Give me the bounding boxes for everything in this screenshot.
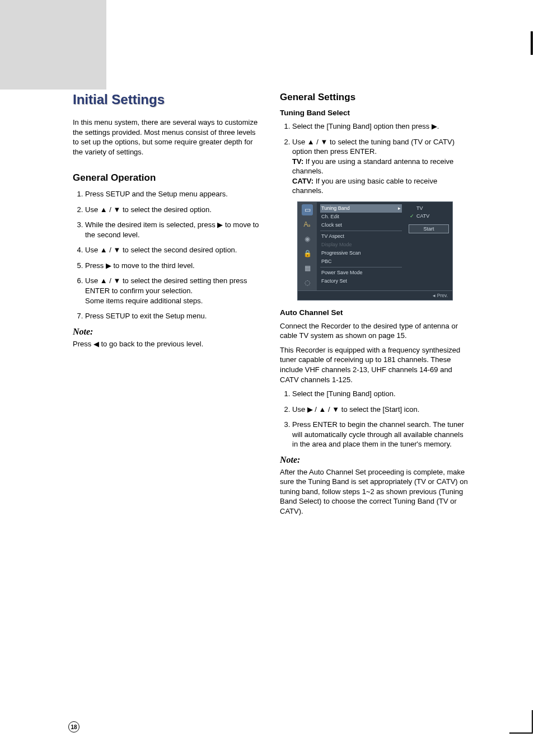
general-operation-heading: General Operation (73, 172, 263, 184)
osd-menu-screenshot: ▭ Aₐ ◉ 🔒 ▦ ◌ Tuning Band▸ Ch. Edit Clock… (297, 201, 453, 300)
osd-prev-label: Prev. (437, 293, 448, 298)
osd-option-label: TV (416, 205, 423, 211)
step-text: If you are using a standard antenna to r… (292, 157, 453, 176)
osd-option-label: CATV (416, 213, 429, 219)
note-body: Press ◀ to go back to the previous level… (73, 339, 263, 349)
osd-middle-column: Tuning Band▸ Ch. Edit Clock set TV Aspec… (317, 202, 405, 290)
step: Select the [Tuning Band] option. (292, 389, 470, 399)
step-text: to move to the third level. (111, 261, 195, 270)
osd-item-factory: Factory Set (320, 277, 402, 285)
step: Use ▲ / ▼ to select the desired setting … (85, 276, 263, 306)
general-operation-steps: Press SETUP and the Setup menu appears. … (73, 189, 263, 321)
step-text: Select the [Tuning Band] option then pre… (292, 122, 432, 130)
osd-item-powersave: Power Save Mode (320, 269, 402, 277)
up-icon: ▲ (100, 276, 107, 285)
tv-label: TV: (292, 157, 303, 166)
page-title: Initial Settings (73, 92, 263, 107)
note-text: Press (73, 340, 93, 348)
step-text: Use (292, 405, 307, 414)
step-text: Some items require additional steps. (85, 297, 203, 305)
step: While the desired item is selected, pres… (85, 220, 263, 240)
step: Use ▲ / ▼ to select the tuning band (TV … (292, 137, 470, 196)
crop-mark (531, 31, 533, 55)
osd-item-ch-edit: Ch. Edit (320, 213, 402, 221)
slash: / (107, 205, 114, 214)
step: Use ▲ / ▼ to select the second desired o… (85, 245, 263, 255)
left-icon: ◀ (93, 340, 99, 348)
up-icon: ▲ (100, 205, 107, 214)
up-icon: ▲ (307, 138, 315, 146)
step-text: to select the [Start] icon. (339, 405, 419, 414)
intro-paragraph: In this menu system, there are several w… (73, 118, 263, 157)
step: Use ▲ / ▼ to select the desired option. (85, 205, 263, 215)
down-icon: ▼ (113, 246, 120, 254)
note-heading: Note: (280, 455, 470, 465)
page-content: Initial Settings In this menu system, th… (73, 92, 470, 516)
disc-icon: ◌ (302, 277, 313, 288)
step-text: Use (85, 276, 100, 285)
step-text: . (437, 122, 439, 130)
step: Use ▶ / ▲ / ▼ to select the [Start] icon… (292, 405, 470, 415)
right-icon: ▶ (217, 220, 223, 229)
right-icon: ▶ (106, 261, 111, 270)
general-settings-heading: General Settings (280, 92, 470, 103)
note-heading: Note: (73, 327, 263, 337)
osd-divider (320, 231, 402, 231)
slash: / (315, 138, 321, 146)
step: Press ▶ to move to the third level. (85, 261, 263, 271)
step-text: If you are using basic cable to receive … (292, 177, 437, 195)
step-text: to select the second desired option. (120, 246, 237, 254)
step-text: Press (85, 261, 106, 270)
osd-option-catv: ✓CATV (409, 212, 449, 220)
osd-icon-column: ▭ Aₐ ◉ 🔒 ▦ ◌ (298, 202, 317, 290)
chevron-right-icon: ▸ (398, 205, 401, 211)
osd-item-clock: Clock set (320, 221, 402, 229)
note-body: After the Auto Channel Set proceeding is… (280, 467, 470, 516)
osd-footer: ◂ Prev. (298, 290, 452, 300)
slash: / (326, 405, 332, 414)
osd-divider (320, 267, 402, 267)
up-icon: ▲ (319, 405, 326, 414)
auto-para-2: This Recorder is equipped with a frequen… (280, 345, 470, 384)
auto-channel-steps: Select the [Tuning Band] option. Use ▶ /… (280, 389, 470, 449)
down-icon: ▼ (320, 138, 327, 146)
osd-item-pbc: PBC (320, 257, 402, 266)
right-column: General Settings Tuning Band Select Sele… (280, 92, 470, 516)
step: Press ENTER to begin the channel search.… (292, 420, 470, 449)
auto-para-1: Connect the Recorder to the desired type… (280, 321, 470, 341)
step-text: Press SETUP to exit the Setup menu. (85, 312, 207, 320)
step-text: Press ENTER to begin the channel search.… (292, 420, 464, 448)
record-icon: ▦ (302, 262, 313, 274)
osd-right-column: TV ✓CATV Start (405, 202, 452, 290)
tuning-band-steps: Select the [Tuning Band] option then pre… (280, 121, 470, 196)
down-icon: ▼ (113, 205, 120, 214)
tv-icon: ▭ (302, 204, 313, 215)
left-column: Initial Settings In this menu system, th… (73, 92, 263, 516)
down-icon: ▼ (113, 276, 120, 285)
step-text: to select the desired option. (120, 205, 212, 214)
step: Press SETUP and the Setup menu appears. (85, 189, 263, 199)
osd-item-aspect: TV Aspect (320, 232, 402, 241)
auto-channel-heading: Auto Channel Set (280, 308, 470, 317)
crop-mark (509, 732, 533, 734)
osd-body: ▭ Aₐ ◉ 🔒 ▦ ◌ Tuning Band▸ Ch. Edit Clock… (298, 202, 452, 290)
up-icon: ▲ (100, 246, 107, 254)
osd-label: Tuning Band (321, 205, 350, 211)
audio-icon: ◉ (302, 233, 313, 245)
osd-option-tv: TV (409, 204, 449, 212)
left-icon: ◂ (433, 293, 437, 298)
right-icon: ▶ (432, 122, 437, 130)
step-text: Select the [Tuning Band] option. (292, 389, 396, 398)
step-text: Use (85, 205, 100, 214)
catv-label: CATV: (292, 177, 313, 185)
crop-mark (532, 710, 533, 734)
osd-item-progressive: Progressive Scan (320, 249, 402, 257)
slash: / (313, 405, 319, 414)
language-icon: Aₐ (302, 219, 313, 230)
step: Select the [Tuning Band] option then pre… (292, 121, 470, 132)
slash: / (107, 276, 114, 285)
check-icon: ✓ (410, 213, 414, 219)
osd-start-button: Start (409, 224, 449, 233)
step-text: While the desired item is selected, pres… (85, 220, 217, 229)
slash: / (107, 246, 114, 254)
